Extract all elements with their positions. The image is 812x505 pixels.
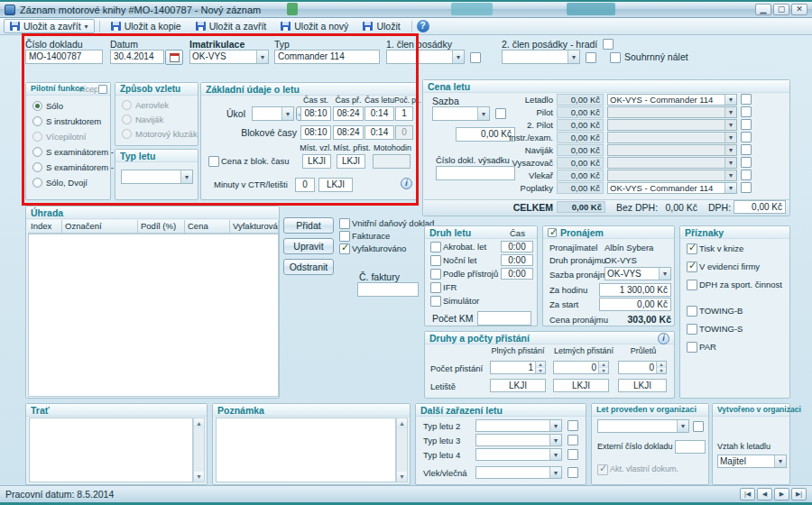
route-textarea[interactable] [29,418,193,482]
chevron-down-icon[interactable] [659,268,670,280]
price-row-checkbox[interactable] [741,182,752,193]
chevron-down-icon[interactable] [549,435,561,445]
crew2-combo[interactable] [502,50,580,64]
par-checkbox[interactable] [687,342,697,353]
info-icon[interactable]: i [401,178,412,189]
ctr-airport-field[interactable]: LKJI [318,178,353,192]
block-arr-field[interactable]: 08:24 [333,125,364,140]
save-and-close-split-button[interactable]: Uložit a zavřít ▾ [4,19,95,33]
landings-count-field[interactable]: 1 [395,106,413,121]
parachute-doc-field[interactable] [436,166,515,180]
payment-table-body[interactable] [28,234,279,397]
scrollbar[interactable]: ▲▼ [396,418,408,482]
radio-winch[interactable]: Naviják [122,115,163,124]
summary-flight-checkbox[interactable] [610,52,621,63]
save-button[interactable]: Uložit [356,19,406,33]
instruments-time[interactable]: 0:00 [501,268,533,280]
chevron-down-icon[interactable] [549,449,561,460]
aerobatic-checkbox[interactable] [430,242,441,252]
chevron-down-icon[interactable] [452,50,464,63]
price-row-checkbox[interactable] [741,144,752,155]
scroll-up-icon[interactable]: ▲ [194,418,204,428]
rental-rate-combo[interactable]: OK-VYS [604,267,671,280]
invoiced-checkbox[interactable] [339,243,350,254]
chevron-down-icon[interactable] [724,170,736,180]
registration-combo[interactable]: OK-VYS [189,50,269,64]
night-flight-time[interactable]: 0:00 [501,254,533,266]
own-doc-checkbox[interactable] [597,464,608,475]
chevron-down-icon[interactable] [724,133,736,142]
scrollbar[interactable]: ▲▼ [193,418,205,482]
full-landing-airport[interactable]: LKJI [490,379,546,392]
col-index[interactable]: Index [28,220,62,234]
add-button[interactable]: Přidat [283,217,334,234]
flight-type2-checkbox[interactable] [567,420,578,431]
radio-solo[interactable]: Sólo [32,101,63,111]
crew2-pays-checkbox[interactable] [603,39,614,50]
crew1-combo[interactable] [386,50,465,64]
calendar-button[interactable] [165,50,183,65]
crew1-checkbox[interactable] [470,52,481,63]
chevron-down-icon[interactable] [724,158,736,168]
flight-type4-combo[interactable] [475,448,562,461]
ctr-minutes-field[interactable]: 0 [295,178,315,192]
price-row-checkbox[interactable] [741,106,752,117]
radio-motor-glider[interactable]: Motorový kluzák [122,129,198,139]
radio-with-instructor[interactable]: S instruktorem [32,116,101,126]
block-flight-field[interactable]: 0:14 [364,125,394,140]
spinner-arrows-icon[interactable]: ▴▾ [535,362,545,373]
touch-landing-airport[interactable]: LKJI [553,379,609,392]
company-records-checkbox[interactable] [687,262,697,272]
external-doc-field[interactable] [675,440,706,454]
price-row-checkbox[interactable] [741,94,752,105]
price-row-checkbox[interactable] [741,132,752,142]
nav-first-button[interactable]: |◀ [740,488,755,500]
radio-aerotow[interactable]: Aerovlek [122,100,169,110]
info-icon[interactable]: i [658,333,669,344]
instruments-checkbox[interactable] [430,269,441,280]
delete-button[interactable]: Odstranit [283,259,334,275]
rate-combo[interactable] [432,106,490,121]
price-row-combo[interactable] [607,157,737,169]
chevron-down-icon[interactable] [549,467,561,478]
vat-sport-checkbox[interactable] [687,280,697,290]
save-and-copy-button[interactable]: Uložit a kopie [105,19,188,33]
internal-tax-doc-checkbox[interactable] [339,218,350,229]
time-start-field[interactable]: 08:10 [300,106,331,121]
price-row-combo[interactable] [607,132,737,143]
doc-number-field[interactable]: MO-1400787 [25,50,103,64]
price-row-checkbox[interactable] [741,170,752,180]
time-flight-field[interactable]: 0:14 [364,106,394,121]
invoice-number-field[interactable] [357,282,419,297]
col-price[interactable]: Cena [185,220,230,234]
time-arr-field[interactable]: 08:24 [333,106,364,121]
aircraft-relation-combo[interactable]: Majitel [717,454,787,468]
chevron-down-icon[interactable] [677,420,688,432]
chevron-down-icon[interactable] [774,455,786,467]
rate-checkbox[interactable] [495,108,506,119]
price-row-combo[interactable]: OK-VYS - Commander 114 [607,182,737,194]
save-and-new-button[interactable]: Uložit a nový [274,19,355,33]
col-share[interactable]: Podíl (%) [138,220,185,234]
touch-landings-spinner[interactable]: 0▴▾ [553,361,609,374]
minimize-button[interactable]: ▁ [755,4,771,15]
per-start-field[interactable]: 0,00 Kč [599,298,671,311]
scroll-up-icon[interactable]: ▲ [397,418,407,428]
task-combo[interactable] [252,106,294,121]
nav-last-button[interactable]: ▶| [791,488,807,500]
chevron-down-icon[interactable] [724,120,736,130]
chevron-down-icon[interactable] [477,107,489,120]
help-icon[interactable]: ? [417,20,429,32]
chevron-down-icon[interactable] [180,170,192,183]
full-landings-spinner[interactable]: 1▴▾ [490,361,546,374]
chevron-down-icon[interactable] [724,107,736,117]
towing-s-checkbox[interactable] [687,324,697,335]
chevron-down-icon[interactable] [724,145,736,155]
type-field[interactable]: Commander 114 [274,50,380,64]
simulator-checkbox[interactable] [430,296,441,307]
spinner-arrows-icon[interactable]: ▴▾ [656,362,666,373]
date-field[interactable]: 30.4.2014 [110,50,164,64]
chevron-down-icon[interactable] [724,95,736,105]
flyover-airport[interactable]: LKJI [618,379,667,392]
spinner-arrows-icon[interactable]: ▴▾ [598,362,608,373]
